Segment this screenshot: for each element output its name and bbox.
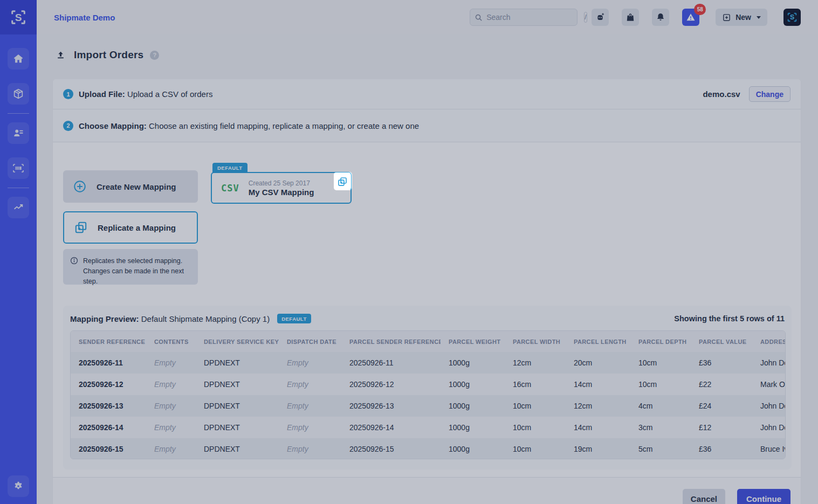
- column-header: DISPATCH DATE: [279, 331, 341, 352]
- ai-assistant-button[interactable]: [592, 9, 609, 26]
- table-row: 20250926-12EmptyDPDNEXTEmpty20250926-121…: [71, 374, 786, 395]
- table-cell: John Do: [752, 395, 786, 417]
- replicate-info-box: Replicates the selected mapping. Changes…: [63, 249, 198, 285]
- table-cell: 19cm: [566, 438, 630, 459]
- robot-sparkle-icon: [594, 11, 606, 23]
- step-choose-mapping: 2 Choose Mapping: Choose an existing fie…: [53, 109, 801, 142]
- page-title-row: Import Orders ?: [37, 34, 818, 61]
- table-cell: £36: [691, 352, 752, 374]
- table-cell: 5cm: [630, 438, 691, 459]
- table-cell: 16cm: [505, 374, 566, 395]
- table-cell: Empty: [146, 395, 196, 417]
- table-cell: 14cm: [566, 417, 630, 438]
- create-new-mapping-button[interactable]: Create New Mapping: [63, 170, 198, 203]
- table-cell: 20250926-15: [341, 438, 441, 459]
- shopping-bag-icon: [625, 12, 636, 23]
- gear-icon: [12, 480, 24, 492]
- mapping-created-date: Created 25 Sep 2017: [249, 179, 314, 187]
- table-cell: Empty: [279, 374, 341, 395]
- uploaded-file-name: demo.csv: [703, 89, 740, 99]
- import-wizard-card: 1 Upload File: Upload a CSV of orders de…: [53, 79, 801, 504]
- step-description: Upload a CSV of orders: [127, 89, 212, 99]
- table-cell: 12cm: [566, 395, 630, 417]
- table-cell: 3cm: [630, 417, 691, 438]
- mapping-card[interactable]: DEFAULT CSV Created 25 Sep 2017 My CSV M…: [211, 172, 352, 204]
- svg-text:S: S: [790, 13, 794, 21]
- warning-triangle-icon: [685, 12, 696, 23]
- cancel-button[interactable]: Cancel: [683, 489, 725, 504]
- search-box[interactable]: /: [470, 9, 578, 26]
- app-window: S: [0, 0, 818, 504]
- search-shortcut-key: /: [584, 12, 587, 23]
- package-icon: [12, 88, 24, 100]
- table-cell: £22: [691, 374, 752, 395]
- choose-mapping-panel: Create New Mapping Replicate a Mapping R…: [53, 142, 801, 504]
- search-icon: [475, 13, 483, 22]
- sidebar-nav: [0, 34, 37, 218]
- sidebar-item-shipments[interactable]: [8, 83, 29, 105]
- table-cell: Bruce Iv: [752, 438, 786, 459]
- alerts-button[interactable]: 58: [682, 9, 699, 26]
- notifications-button[interactable]: [652, 9, 669, 26]
- table-cell: 20250926-14: [341, 417, 441, 438]
- table-cell: 1000g: [441, 395, 505, 417]
- search-input[interactable]: [486, 13, 584, 22]
- column-header: PARCEL WIDTH: [505, 331, 566, 352]
- sidebar-item-home[interactable]: [8, 48, 29, 70]
- logo-bracket-s-icon: S: [9, 8, 28, 26]
- table-cell: 20250926-14: [71, 417, 146, 438]
- step-label: Choose Mapping:: [79, 121, 147, 130]
- rows-info: Showing the first 5 rows of 11: [674, 314, 785, 323]
- table-cell: 20250926-12: [71, 374, 146, 395]
- change-file-button[interactable]: Change: [749, 86, 790, 102]
- upload-icon: [56, 51, 65, 60]
- sidebar-item-contacts[interactable]: [8, 122, 29, 144]
- replicate-mapping-button[interactable]: Replicate a Mapping: [63, 211, 198, 244]
- new-button[interactable]: New: [716, 9, 767, 26]
- header-actions: /: [470, 9, 801, 26]
- shipmate-logo[interactable]: S: [0, 0, 37, 34]
- csv-file-type-icon: CSV: [221, 183, 239, 194]
- store-button[interactable]: [622, 9, 639, 26]
- sidebar-item-analytics[interactable]: [8, 197, 29, 218]
- info-icon: [70, 257, 78, 285]
- default-badge: DEFAULT: [277, 314, 311, 323]
- table-cell: John Do: [752, 417, 786, 438]
- step-number-badge: 1: [63, 89, 73, 99]
- mapping-name: My CSV Mapping: [249, 188, 314, 197]
- help-icon[interactable]: ?: [150, 51, 159, 60]
- table-cell: 20250926-11: [71, 352, 146, 374]
- table-cell: 20250926-15: [71, 438, 146, 459]
- chevron-down-icon: [757, 16, 761, 19]
- table-cell: 20cm: [566, 352, 630, 374]
- continue-button[interactable]: Continue: [737, 489, 790, 504]
- table-cell: 4cm: [630, 395, 691, 417]
- step-text: Upload File: Upload a CSV of orders: [79, 89, 212, 99]
- sidebar-divider: [8, 188, 29, 188]
- table-cell: £24: [691, 395, 752, 417]
- column-header: PARCEL WEIGHT: [441, 331, 505, 352]
- bell-icon: [655, 12, 666, 23]
- replicate-info-text: Replicates the selected mapping. Changes…: [83, 256, 191, 285]
- mapping-preview-card: Mapping Preview: Default Shipmate Mappin…: [63, 306, 792, 470]
- table-cell: Empty: [279, 395, 341, 417]
- table-row: 20250926-13EmptyDPDNEXTEmpty20250926-131…: [71, 395, 786, 417]
- account-avatar[interactable]: S: [783, 9, 801, 26]
- create-new-mapping-label: Create New Mapping: [97, 182, 176, 191]
- step-text: Choose Mapping: Choose an existing field…: [79, 121, 419, 130]
- table-cell: Empty: [146, 417, 196, 438]
- table-cell: 1000g: [441, 352, 505, 374]
- step-label: Upload File:: [79, 89, 125, 99]
- app-title[interactable]: Shipmate Demo: [54, 13, 115, 22]
- replicate-icon: [337, 176, 348, 187]
- replicate-mapping-card-icon[interactable]: [333, 172, 351, 190]
- column-header: ADDRESS: [752, 331, 786, 352]
- table-cell: Empty: [279, 417, 341, 438]
- sidebar-item-scan[interactable]: [8, 157, 29, 179]
- table-cell: Empty: [146, 374, 196, 395]
- sidebar-item-settings[interactable]: [8, 475, 29, 497]
- page-title: Import Orders: [74, 49, 143, 61]
- avatar-logo-icon: S: [786, 11, 798, 23]
- table-cell: 10cm: [505, 438, 566, 459]
- table-cell: Empty: [146, 352, 196, 374]
